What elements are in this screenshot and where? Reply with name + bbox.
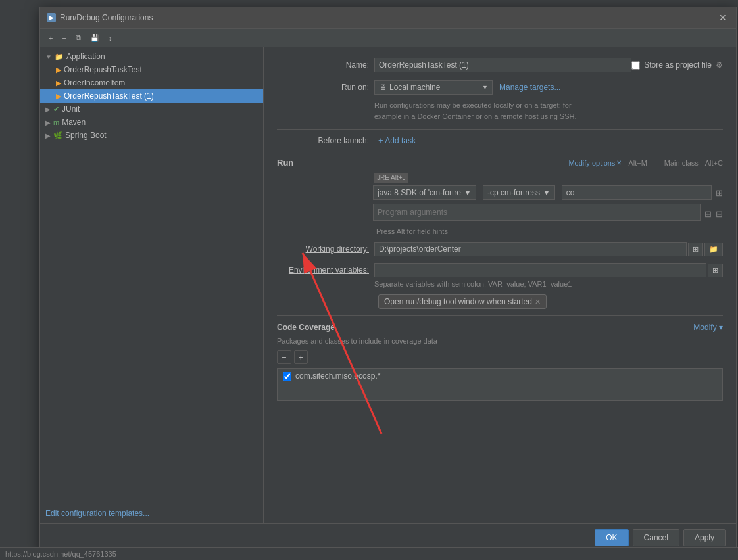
divider-2	[277, 152, 723, 152]
sidebar-item-label-application: Application	[66, 52, 105, 61]
add-task-button[interactable]: + Add task	[378, 135, 416, 145]
tags-row: Open run/debug tool window when started …	[277, 294, 723, 309]
store-gear-icon: ⚙	[716, 60, 723, 70]
modify-options-link[interactable]: Modify options ✕	[568, 159, 622, 167]
run-icon-1: ▶	[56, 66, 61, 74]
sidebar-tree: ▼ 📁 Application ▶ OrderRepushTaskTest ▶ …	[40, 47, 263, 503]
coverage-title: Code Coverage	[277, 323, 335, 332]
run-icon-3: ▶	[56, 92, 61, 101]
sdk-row: java 8 SDK of 'cm-fortre ▼ -cp cm-fortre…	[277, 185, 723, 200]
sdk-arrow: ▼	[464, 188, 472, 197]
sidebar-item-label-2: OrderIncomeItem	[64, 78, 125, 87]
dialog-title: ▶ Run/Debug Configurations	[47, 13, 153, 22]
sort-config-button[interactable]: ↕	[105, 32, 116, 44]
info-text-content: Run configurations may be executed local…	[374, 101, 577, 120]
sidebar-item-label-maven: Maven	[62, 118, 86, 127]
coverage-desc: Packages and classes to include in cover…	[277, 337, 723, 345]
env-vars-browse-btn[interactable]: ⊞	[708, 264, 723, 277]
sidebar-item-maven[interactable]: ▶ m Maven	[40, 116, 263, 129]
sidebar-item-application[interactable]: ▼ 📁 Application	[40, 50, 263, 63]
more-config-button[interactable]: ⋯	[118, 32, 132, 44]
program-args-expand-btn[interactable]: ⊞	[704, 209, 712, 219]
coverage-remove-btn[interactable]: −	[277, 350, 291, 364]
open-debug-window-tag: Open run/debug tool window when started …	[378, 294, 547, 309]
cp-select[interactable]: -cp cm-fortress ▼	[483, 185, 555, 200]
sidebar-item-spring-boot[interactable]: ▶ 🌿 Spring Boot	[40, 129, 263, 142]
program-args-input[interactable]	[373, 204, 701, 221]
working-dir-row: Working directory: ⊞ 📁	[277, 242, 723, 256]
modify-row: Modify options ✕ Alt+M Main class Alt+C	[568, 159, 723, 167]
name-input[interactable]	[374, 58, 631, 72]
working-dir-label: Working directory:	[277, 245, 369, 254]
store-checkbox-row: Store as project file ⚙	[631, 60, 723, 70]
coverage-item-checkbox-0[interactable]	[283, 372, 291, 381]
jre-row: JRE Alt+J	[277, 173, 723, 183]
main-class-input[interactable]	[562, 185, 712, 200]
divider-3	[277, 315, 723, 316]
coverage-section: Code Coverage Modify ▾ Packages and clas…	[277, 323, 723, 401]
press-alt-hint: Press Alt for field hints	[277, 227, 723, 235]
dialog-icon: ▶	[47, 13, 56, 22]
env-hint: Separate variables with semicolon: VAR=v…	[374, 280, 723, 288]
sidebar-item-orderrepushtasktest1[interactable]: ▶ OrderRepushTaskTest (1)	[40, 89, 263, 103]
close-button[interactable]: ✕	[716, 11, 729, 24]
add-task-label: Add task	[385, 136, 416, 145]
sidebar-footer: Edit configuration templates...	[40, 503, 263, 523]
maven-icon: m	[53, 118, 59, 126]
sdk-select[interactable]: java 8 SDK of 'cm-fortre ▼	[373, 185, 476, 200]
run-on-value: Local machine	[389, 83, 440, 92]
main-class-shortcut: Alt+C	[705, 159, 723, 167]
sidebar-item-orderincomeitem[interactable]: ▶ OrderIncomeItem	[40, 76, 263, 89]
status-bar: https://blog.csdn.net/qq_45761335	[0, 547, 738, 560]
env-vars-row: Environment variables: ⊞	[277, 263, 723, 277]
working-dir-input[interactable]	[374, 242, 687, 256]
working-dir-folder-btn[interactable]: 📁	[704, 243, 723, 256]
store-label: Store as project file	[644, 60, 712, 70]
edit-templates-link[interactable]: Edit configuration templates...	[45, 509, 149, 518]
dialog-title-text: Run/Debug Configurations	[60, 13, 153, 22]
apply-button[interactable]: Apply	[683, 529, 726, 546]
jre-tag: JRE Alt+J	[374, 173, 408, 183]
main-class-label: Main class	[664, 159, 699, 167]
run-on-select[interactable]: 🖥 Local machine ▼	[374, 80, 493, 95]
local-machine-icon: 🖥	[379, 83, 387, 92]
junit-icon: ✔	[53, 105, 59, 114]
expand-arrow-junit: ▶	[45, 106, 51, 113]
cancel-button[interactable]: Cancel	[633, 529, 679, 546]
remove-config-button[interactable]: −	[59, 32, 69, 44]
coverage-toolbar: − +	[277, 350, 723, 364]
run-section-header: Run Modify options ✕ Alt+M Main class Al…	[277, 158, 723, 168]
store-checkbox[interactable]	[631, 61, 640, 70]
env-vars-input[interactable]	[374, 263, 706, 277]
dialog-body: ▼ 📁 Application ▶ OrderRepushTaskTest ▶ …	[40, 47, 736, 523]
sidebar-item-junit[interactable]: ▶ ✔ JUnit	[40, 103, 263, 116]
info-text: Run configurations may be executed local…	[374, 100, 723, 122]
sidebar-item-label-junit: JUnit	[62, 105, 80, 114]
program-args-macro-btn[interactable]: ⊟	[716, 209, 723, 219]
expand-arrow-spring: ▶	[45, 132, 51, 139]
run-icon-2: ▶	[56, 79, 61, 87]
env-vars-label: Environment variables:	[277, 266, 369, 275]
main-class-browse-btn[interactable]: ⊞	[716, 188, 723, 198]
coverage-header: Code Coverage Modify ▾	[277, 323, 723, 332]
tag-close-btn[interactable]: ✕	[535, 298, 541, 306]
save-config-button[interactable]: 💾	[87, 32, 103, 44]
add-config-button[interactable]: +	[45, 32, 56, 44]
sidebar-item-label-3: OrderRepushTaskTest (1)	[64, 91, 154, 101]
working-dir-browse-btn[interactable]: ⊞	[688, 243, 703, 256]
program-args-row: ⊞ ⊟	[277, 204, 723, 223]
before-launch-row: Before launch: + Add task	[277, 135, 723, 145]
coverage-add-btn[interactable]: +	[294, 350, 308, 364]
sidebar-item-orderrepushtasktest[interactable]: ▶ OrderRepushTaskTest	[40, 63, 263, 76]
modify-shortcut: Alt+M	[628, 159, 647, 167]
ok-button[interactable]: OK	[595, 529, 628, 546]
coverage-item-label-0: com.sitech.miso.ecosp.*	[295, 371, 380, 381]
run-on-arrow: ▼	[482, 84, 488, 91]
name-row: Name: Store as project file ⚙	[277, 58, 723, 72]
coverage-modify-link[interactable]: Modify ▾	[693, 323, 723, 332]
copy-config-button[interactable]: ⧉	[72, 32, 84, 44]
name-label: Name:	[277, 60, 369, 70]
coverage-list: com.sitech.miso.ecosp.*	[277, 368, 723, 401]
status-url: https://blog.csdn.net/qq_45761335	[5, 550, 116, 558]
manage-targets-link[interactable]: Manage targets...	[499, 83, 560, 92]
